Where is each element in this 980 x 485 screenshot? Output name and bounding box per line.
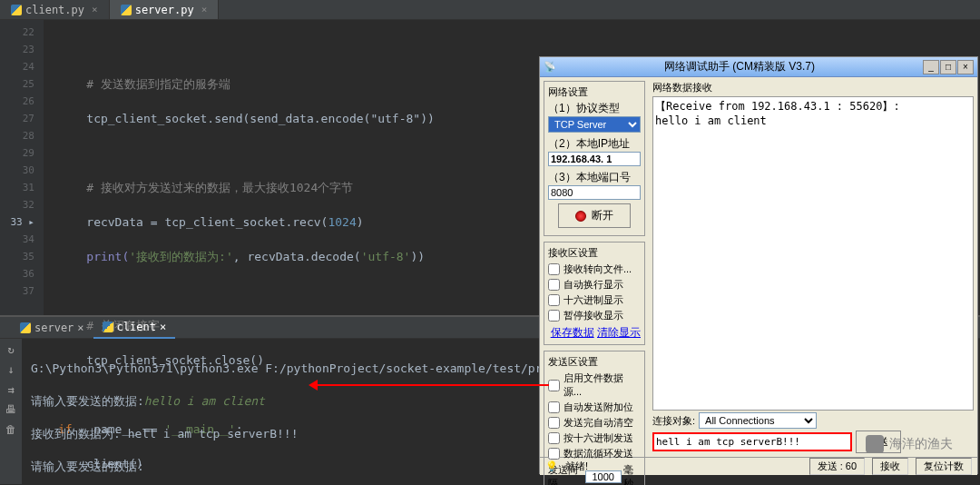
send-opt-0[interactable] bbox=[548, 380, 560, 391]
send-settings: 发送区设置 启用文件数据源... 自动发送附加位 发送完自动清空 按十六进制发送… bbox=[544, 351, 645, 485]
recv-opt-0[interactable] bbox=[548, 263, 560, 275]
recv-opt-1[interactable] bbox=[548, 279, 560, 291]
close-icon[interactable]: × bbox=[201, 4, 208, 15]
console-toolbar: ↻ ↓ ⇉ 🖶 🗑 bbox=[0, 339, 22, 484]
ip-input[interactable] bbox=[548, 152, 641, 166]
console-tab-server[interactable]: server × bbox=[11, 318, 93, 338]
close-icon[interactable]: × bbox=[77, 322, 83, 334]
python-icon bbox=[103, 322, 113, 332]
save-data-link[interactable]: 保存数据 bbox=[551, 326, 594, 339]
tab-label: server.py bbox=[135, 4, 194, 16]
record-icon bbox=[575, 211, 586, 222]
trash-icon[interactable]: 🗑 bbox=[4, 422, 18, 437]
titlebar[interactable]: 📡 网络调试助手 (CM精装版 V3.7) _ □ × bbox=[540, 57, 977, 77]
recv-textarea[interactable]: 【Receive from 192.168.43.1 : 55620】: hel… bbox=[652, 96, 974, 411]
clear-display-link[interactable]: 清除显示 bbox=[597, 326, 641, 339]
rerun-icon[interactable]: ↻ bbox=[4, 342, 18, 357]
send-opt-4[interactable] bbox=[548, 448, 560, 460]
dialog-title: 网络调试助手 (CM精装版 V3.7) bbox=[556, 59, 923, 74]
editor-tabs: client.py × server.py × bbox=[0, 0, 980, 20]
left-panel: 网络设置 （1）协议类型 TCP Server （2）本地IP地址 （3）本地端… bbox=[540, 77, 649, 457]
gutter: 22 23 24 25 26 27 28 29 30 31 32 33 ▸ 34… bbox=[0, 20, 44, 315]
status-recv: 接收 bbox=[872, 458, 908, 475]
wechat-icon bbox=[866, 435, 884, 453]
network-settings: 网络设置 （1）协议类型 TCP Server （2）本地IP地址 （3）本地端… bbox=[544, 81, 645, 236]
close-button[interactable]: × bbox=[957, 60, 974, 74]
interval-input[interactable] bbox=[585, 470, 622, 483]
python-icon bbox=[121, 5, 132, 15]
tab-label: client.py bbox=[25, 4, 84, 16]
send-opt-2[interactable] bbox=[548, 417, 560, 429]
filter-icon[interactable]: ⇉ bbox=[4, 382, 18, 397]
tab-client-py[interactable]: client.py × bbox=[0, 0, 110, 19]
right-panel: 网络数据接收 【Receive from 192.168.43.1 : 5562… bbox=[649, 77, 977, 457]
send-input[interactable]: hell i am tcp serverB!!! bbox=[652, 432, 852, 451]
disconnect-button[interactable]: 断开 bbox=[558, 203, 631, 228]
annotation-arrow bbox=[313, 384, 549, 386]
minimize-button[interactable]: _ bbox=[923, 60, 939, 74]
send-opt-3[interactable] bbox=[548, 432, 560, 444]
conn-target-select[interactable]: All Connections bbox=[699, 412, 817, 429]
send-opt-1[interactable] bbox=[548, 401, 560, 413]
stop-icon[interactable]: ↓ bbox=[4, 362, 18, 377]
network-debug-dialog: 📡 网络调试助手 (CM精装版 V3.7) _ □ × 网络设置 （1）协议类型… bbox=[539, 56, 978, 474]
tab-server-py[interactable]: server.py × bbox=[110, 0, 220, 19]
watermark: 海洋的渔夫 bbox=[866, 435, 953, 453]
recv-opt-3[interactable] bbox=[548, 310, 560, 322]
maximize-button[interactable]: □ bbox=[940, 60, 956, 74]
protocol-select[interactable]: TCP Server bbox=[548, 116, 641, 133]
recv-settings: 接收区设置 接收转向文件... 自动换行显示 十六进制显示 暂停接收显示 保存数… bbox=[544, 242, 645, 345]
annotation-arrow-head bbox=[309, 380, 318, 391]
reset-count-button[interactable]: 复位计数 bbox=[916, 458, 972, 475]
close-icon[interactable]: × bbox=[160, 321, 166, 333]
status-send: 发送 : 60 bbox=[809, 458, 865, 475]
close-icon[interactable]: × bbox=[92, 4, 98, 15]
print-icon[interactable]: 🖶 bbox=[4, 402, 18, 417]
python-icon bbox=[11, 5, 22, 15]
python-icon bbox=[20, 322, 31, 333]
recv-opt-2[interactable] bbox=[548, 294, 560, 306]
port-input[interactable] bbox=[548, 185, 641, 200]
console-tab-client[interactable]: client × bbox=[93, 317, 176, 339]
